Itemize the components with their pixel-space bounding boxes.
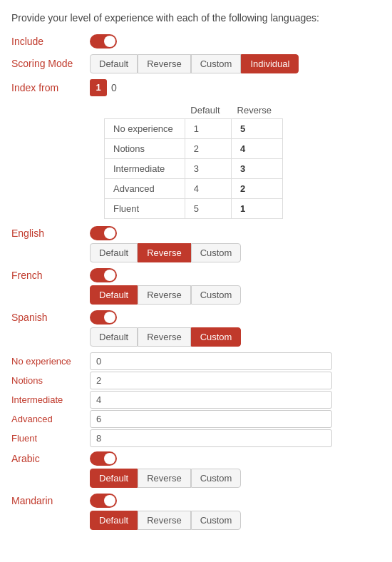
score-table: Default Reverse No experience 1 5 Notion… bbox=[104, 102, 283, 219]
table-row: No experience 1 5 bbox=[105, 118, 283, 138]
table-cell-default: 1 bbox=[185, 118, 231, 138]
lang-toggle-mandarin[interactable] bbox=[90, 494, 117, 508]
lang-mode-reverse-english[interactable]: Reverse bbox=[138, 243, 190, 262]
table-cell-label: Notions bbox=[105, 138, 185, 158]
header-text: Provide your level of experience with ea… bbox=[11, 11, 381, 26]
scoring-mode-reverse[interactable]: Reverse bbox=[138, 54, 190, 73]
lang-toggle-english[interactable] bbox=[90, 226, 117, 240]
lang-mode-default-english[interactable]: Default bbox=[90, 243, 138, 262]
lang-mode-default-spanish[interactable]: Default bbox=[90, 327, 138, 347]
lang-mode-group-english: DefaultReverseCustom bbox=[90, 243, 381, 262]
lang-label-arabic: Arabic bbox=[11, 453, 90, 464]
scoring-mode-default[interactable]: Default bbox=[90, 54, 138, 73]
lang-section-french: French DefaultReverseCustom bbox=[11, 268, 381, 305]
lang-mode-reverse-mandarin[interactable]: Reverse bbox=[138, 511, 190, 530]
custom-input-row: Advanced bbox=[11, 410, 381, 428]
custom-label-intermediate: Intermediate bbox=[11, 394, 90, 405]
table-cell-default: 2 bbox=[185, 138, 231, 158]
custom-label-notions: Notions bbox=[11, 375, 90, 386]
custom-field-fluent[interactable] bbox=[90, 429, 332, 447]
index-from-box: 1 0 bbox=[90, 79, 117, 96]
lang-toggle-french[interactable] bbox=[90, 268, 117, 282]
lang-mode-reverse-french[interactable]: Reverse bbox=[138, 285, 190, 305]
lang-toggle-arabic[interactable] bbox=[90, 451, 117, 466]
scoring-mode-individual[interactable]: Individual bbox=[241, 54, 299, 73]
scoring-mode-group: Default Reverse Custom Individual bbox=[90, 54, 299, 73]
lang-mode-default-arabic[interactable]: Default bbox=[90, 469, 138, 488]
table-cell-reverse: 3 bbox=[232, 158, 283, 178]
custom-input-row: Fluent bbox=[11, 429, 381, 447]
table-cell-reverse: 2 bbox=[232, 178, 283, 198]
index-from-value: 1 bbox=[90, 79, 107, 96]
lang-mode-reverse-spanish[interactable]: Reverse bbox=[138, 327, 190, 347]
lang-label-spanish: Spanish bbox=[11, 312, 90, 323]
lang-mode-default-french[interactable]: Default bbox=[90, 285, 138, 305]
lang-section-english: English DefaultReverseCustom bbox=[11, 226, 381, 262]
table-cell-label: Fluent bbox=[105, 198, 185, 218]
table-cell-reverse: 5 bbox=[232, 118, 283, 138]
lang-section-arabic: Arabic DefaultReverseCustom bbox=[11, 451, 381, 488]
index-from-alt: 0 bbox=[111, 82, 117, 93]
table-cell-label: Intermediate bbox=[105, 158, 185, 178]
table-header-default: Default bbox=[185, 102, 231, 119]
lang-mode-custom-french[interactable]: Custom bbox=[191, 285, 242, 305]
lang-mode-group-french: DefaultReverseCustom bbox=[90, 285, 381, 305]
include-label: Include bbox=[11, 36, 90, 47]
table-cell-default: 5 bbox=[185, 198, 231, 218]
table-row: Advanced 4 2 bbox=[105, 178, 283, 198]
lang-label-french: French bbox=[11, 270, 90, 281]
lang-label-mandarin: Mandarin bbox=[11, 495, 90, 506]
include-toggle[interactable] bbox=[90, 34, 117, 48]
custom-input-row: No experience bbox=[11, 352, 381, 370]
lang-section-mandarin: Mandarin DefaultReverseCustom bbox=[11, 494, 381, 530]
scoring-mode-custom[interactable]: Custom bbox=[191, 54, 242, 73]
lang-label-english: English bbox=[11, 228, 90, 239]
table-cell-reverse: 1 bbox=[232, 198, 283, 218]
table-header-reverse: Reverse bbox=[232, 102, 283, 119]
table-row: Intermediate 3 3 bbox=[105, 158, 283, 178]
lang-mode-default-mandarin[interactable]: Default bbox=[90, 511, 138, 530]
custom-field-intermediate[interactable] bbox=[90, 391, 332, 409]
table-row: Fluent 5 1 bbox=[105, 198, 283, 218]
table-cell-label: Advanced bbox=[105, 178, 185, 198]
lang-mode-custom-arabic[interactable]: Custom bbox=[191, 469, 242, 488]
custom-label-advanced: Advanced bbox=[11, 414, 90, 424]
custom-inputs-spanish: No experience Notions Intermediate Advan… bbox=[11, 352, 381, 447]
table-cell-default: 4 bbox=[185, 178, 231, 198]
table-cell-reverse: 4 bbox=[232, 138, 283, 158]
lang-mode-custom-spanish[interactable]: Custom bbox=[191, 327, 242, 347]
index-from-label: Index from bbox=[11, 82, 90, 93]
lang-mode-group-spanish: DefaultReverseCustom bbox=[90, 327, 381, 347]
lang-mode-group-arabic: DefaultReverseCustom bbox=[90, 469, 381, 488]
lang-mode-custom-mandarin[interactable]: Custom bbox=[191, 511, 242, 530]
custom-label-no-experience: No experience bbox=[11, 356, 90, 367]
scoring-mode-label: Scoring Mode bbox=[11, 58, 90, 69]
custom-field-advanced[interactable] bbox=[90, 410, 332, 428]
lang-mode-reverse-arabic[interactable]: Reverse bbox=[138, 469, 190, 488]
custom-label-fluent: Fluent bbox=[11, 433, 90, 444]
lang-mode-custom-english[interactable]: Custom bbox=[191, 243, 242, 262]
custom-field-notions[interactable] bbox=[90, 372, 332, 389]
table-cell-default: 3 bbox=[185, 158, 231, 178]
lang-mode-group-mandarin: DefaultReverseCustom bbox=[90, 511, 381, 530]
custom-field-no-experience[interactable] bbox=[90, 352, 332, 370]
lang-section-spanish: Spanish DefaultReverseCustom No experien… bbox=[11, 310, 381, 447]
custom-input-row: Notions bbox=[11, 372, 381, 389]
table-row: Notions 2 4 bbox=[105, 138, 283, 158]
lang-toggle-spanish[interactable] bbox=[90, 310, 117, 325]
custom-input-row: Intermediate bbox=[11, 391, 381, 409]
table-cell-label: No experience bbox=[105, 118, 185, 138]
